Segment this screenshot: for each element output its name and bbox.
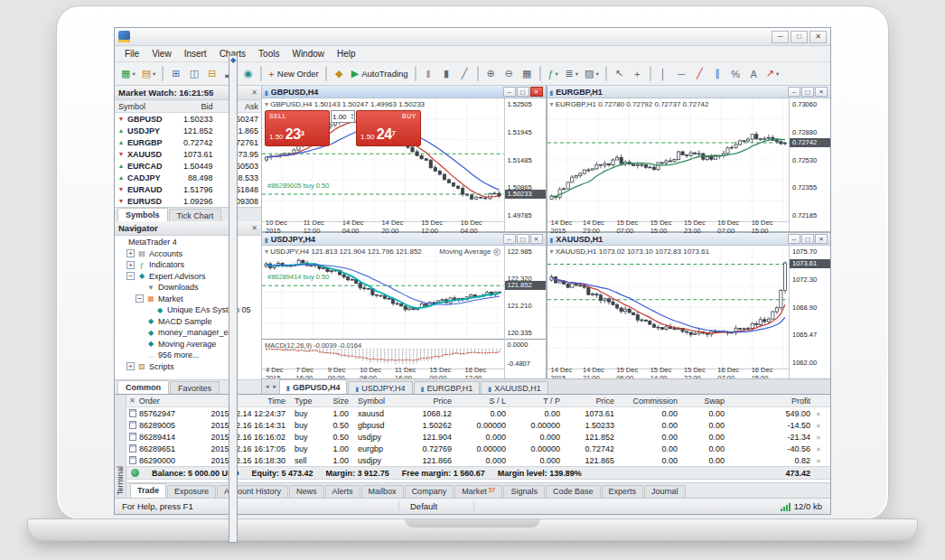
nav-item-market[interactable]: − ▦ Market [115, 294, 261, 305]
toolbar-button[interactable] [260, 66, 262, 81]
column-bid[interactable]: Bid [167, 102, 213, 111]
tab-tick-chart[interactable]: Tick Chart [169, 209, 222, 221]
terminal-close-button[interactable]: ✕ [129, 397, 136, 405]
chart-close-button[interactable]: ✕ [815, 87, 828, 97]
tab-experts[interactable]: Experts [602, 485, 644, 498]
nav-item-indicators[interactable]: + ƒ Indicators [115, 259, 261, 271]
chart-tab-usdjpy[interactable]: USDJPY,H4 [348, 381, 412, 394]
chevron-down-icon[interactable]: ▾ [556, 70, 558, 78]
chevron-down-icon[interactable]: ▾ [153, 70, 155, 78]
tree-expander[interactable]: − [136, 294, 144, 303]
chart-close-button[interactable]: ✕ [530, 87, 543, 97]
nav-item-macd-sample[interactable]: ◆ MACD Sample [115, 316, 261, 328]
chart-plot-xauusd[interactable]: XAUUSD,H1 1073.02 1073.10 1072.83 1073.6… [547, 246, 790, 369]
nav-item-moving-average[interactable]: ◆ Moving Average [115, 339, 261, 350]
chart-plot-eurgbp[interactable]: EURGBP,H1 0.72780 0.72792 0.72737 0.7274… [547, 98, 790, 221]
chevron-down-icon[interactable]: ▾ [595, 70, 598, 78]
column-current-price[interactable]: Price [566, 397, 620, 406]
autotrading-button[interactable]: ▶ AutoTrading [349, 65, 411, 83]
nav-item-more[interactable]: … 956 more... [115, 350, 261, 361]
tab-common[interactable]: Common [117, 380, 169, 394]
tab-journal[interactable]: Journal [644, 485, 686, 498]
column-order[interactable]: Order [139, 397, 160, 406]
strategy-tester-toggle[interactable]: ◉ [239, 65, 257, 83]
tab-trade[interactable]: Trade [130, 483, 166, 498]
market-watch-close-icon[interactable]: ✕ [251, 89, 257, 97]
tab-code-base[interactable]: Code Base [546, 485, 601, 498]
nav-item-metatrader4[interactable]: ◆ MetaTrader 4 [115, 237, 261, 248]
toolbar-button[interactable] [325, 66, 327, 81]
tree-expander[interactable]: + [126, 362, 135, 370]
data-window-toggle[interactable]: ◫ [185, 65, 202, 83]
close-position-icon[interactable] [816, 433, 830, 442]
chart-tabs-scroll-left[interactable]: ◂ [264, 383, 271, 390]
bar-chart-button[interactable]: ‖ [420, 65, 437, 83]
channel-button[interactable]: ∥ [709, 65, 726, 83]
column-swap[interactable]: Swap [683, 397, 730, 406]
crosshair-button[interactable]: + [629, 65, 646, 83]
chart-minimize-button[interactable]: ─ [503, 87, 516, 97]
column-sl[interactable]: S / L [457, 397, 511, 406]
toolbar-button[interactable] [605, 66, 607, 81]
chart-tabs-scroll-right[interactable]: ▸ [272, 383, 279, 390]
market-watch-row[interactable]: CADJPY 88.498 88.533 [115, 172, 261, 183]
close-position-icon[interactable] [816, 409, 830, 418]
toolbar-button[interactable] [650, 66, 651, 81]
column-commission[interactable]: Commission [620, 397, 683, 406]
tree-expander[interactable] [117, 238, 126, 247]
column-symbol[interactable]: Symbol [354, 397, 403, 406]
new-chart-button[interactable]: ▦ ▾ [118, 65, 138, 83]
menu-item[interactable]: Insert [178, 47, 213, 61]
market-watch-row[interactable]: EURCAD 1.50449 1.50503 [115, 160, 261, 172]
market-watch-row[interactable]: GBPUSD 1.50233 1.50247 [115, 113, 261, 125]
tree-expander[interactable] [136, 284, 144, 292]
fibonacci-button[interactable]: % [727, 65, 744, 83]
chart-plot-usdjpy[interactable]: USDJPY,H4 121.813 121.904 121.796 121.85… [262, 246, 504, 339]
menu-item[interactable]: Help [331, 47, 362, 61]
column-symbol[interactable]: Symbol [115, 102, 167, 111]
tab-symbols[interactable]: Symbols [117, 208, 168, 221]
chart-titlebar-xauusd[interactable]: XAUUSD,H1 ─ ▢ ✕ [547, 233, 831, 246]
chart-restore-button[interactable]: ▢ [517, 234, 529, 244]
column-tp[interactable]: T / P [511, 397, 566, 406]
chart-close-button[interactable]: ✕ [815, 234, 828, 244]
indicators-button[interactable]: ƒ ▾ [545, 65, 562, 83]
menu-item[interactable]: Window [285, 47, 331, 61]
chart-close-button[interactable]: ✕ [530, 234, 543, 244]
tab-alerts[interactable]: Alerts [325, 485, 360, 498]
chart-titlebar-gbpusd[interactable]: GBPUSD,H4 ─ ▢ ✕ [262, 86, 546, 98]
navigator-close-icon[interactable]: ✕ [251, 224, 257, 232]
column-open-price[interactable]: Price [403, 397, 457, 406]
tree-expander[interactable]: + [126, 249, 135, 257]
market-watch-row[interactable]: EURUSD 1.09296 1.09308 [115, 195, 261, 207]
window-maximize-button[interactable]: □ [791, 31, 808, 43]
chart-titlebar-eurgbp[interactable]: EURGBP,H1 ─ ▢ ✕ [547, 86, 831, 98]
window-close-button[interactable]: ✕ [809, 31, 827, 43]
column-time[interactable]: Time [199, 397, 291, 406]
vertical-line-button[interactable]: │ [655, 65, 672, 83]
chart-minimize-button[interactable]: ─ [788, 87, 800, 97]
close-position-icon[interactable] [816, 456, 830, 465]
tree-expander[interactable]: + [126, 261, 135, 269]
chart-tab-eurgbp[interactable]: EURGBP,H1 [414, 381, 481, 394]
column-size[interactable]: Size [323, 397, 354, 406]
nav-item-expert-advisors[interactable]: − ◆ Expert Advisors [115, 271, 261, 283]
tab-favorites[interactable]: Favorites [170, 381, 220, 394]
nav-item-money-manager-ea[interactable]: ◆ money_manager_ea [115, 327, 261, 339]
chart-restore-button[interactable]: ▢ [801, 234, 814, 244]
metaeditor-button[interactable]: ◆ [331, 65, 348, 83]
zoom-out-button[interactable]: ⊖ [501, 65, 518, 83]
tree-expander[interactable] [136, 317, 144, 325]
zoom-in-button[interactable]: ⊕ [482, 65, 500, 83]
tile-windows-button[interactable]: ▦ [519, 65, 536, 83]
menu-item[interactable]: View [145, 47, 178, 61]
cursor-button[interactable]: ↖ [611, 65, 628, 83]
nav-item-scripts[interactable]: + ▨ Scripts [115, 361, 261, 373]
sell-button[interactable]: SELL 1.50 233 [265, 110, 330, 146]
tree-expander[interactable] [145, 306, 153, 314]
volume-stepper[interactable]: ▴▾ [351, 113, 353, 120]
tree-expander[interactable] [136, 329, 144, 337]
toolbar-button[interactable] [415, 66, 416, 81]
column-type[interactable]: Type [291, 397, 323, 406]
tree-expander[interactable] [136, 351, 144, 359]
